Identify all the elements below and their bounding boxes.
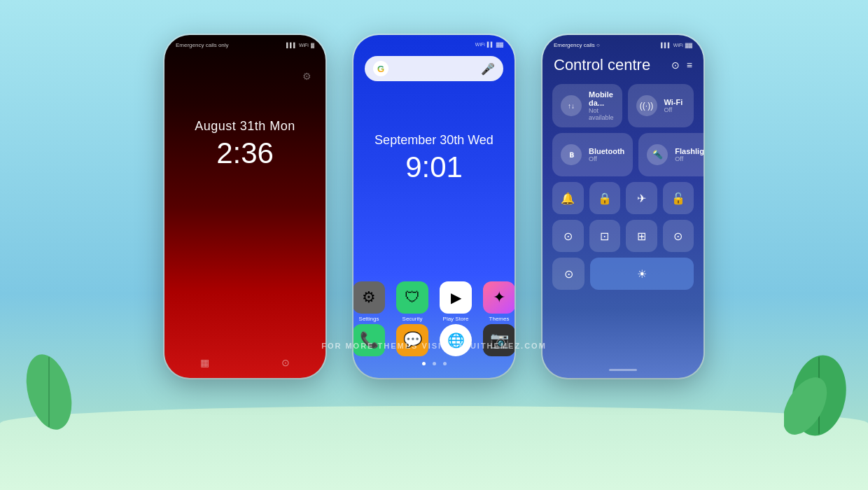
flashlight-tile[interactable]: 🔦 Flashlight Off	[638, 133, 704, 176]
circle-icon-1[interactable]: ⊙	[552, 220, 584, 252]
bluetooth-name: Bluetooth	[589, 147, 624, 155]
phone3-signal-icon: ▌▌▌	[661, 43, 671, 48]
themes-label: Themes	[489, 316, 510, 322]
brightness-icon: ☀	[637, 267, 647, 281]
nav-dot-3	[443, 362, 447, 365]
wifi-tile[interactable]: ((·)) Wi-Fi Off	[628, 84, 694, 127]
playstore-app[interactable]: ▶ Play Store	[440, 281, 472, 322]
phone1-lockscreen: Emergency calls only ▌▌▌ WiFi ▓ ⚙ August…	[164, 35, 326, 378]
control-centre-header-icons: ⊙ ≡	[671, 59, 692, 71]
camera-icon: 📷	[483, 324, 514, 356]
expand-icon[interactable]: ⊞	[626, 220, 657, 252]
mobile-data-arrows: ↑↓	[568, 102, 575, 110]
unlock-tile[interactable]: 🔓	[663, 182, 694, 214]
playstore-label: Play Store	[443, 316, 469, 322]
mobile-data-sub: Not available	[589, 107, 614, 121]
phones-container: Emergency calls only ▌▌▌ WiFi ▓ ⚙ August…	[0, 35, 868, 378]
control-row-5: ⊙ ☀	[552, 258, 694, 290]
phone3-bottom-indicator	[609, 369, 637, 371]
phone1-signal-icon: ▌▌▌	[286, 43, 297, 48]
mobile-data-icon: ↑↓	[561, 95, 582, 116]
control-centre-header: Control centre ⊙ ≡	[554, 56, 692, 74]
flashlight-sub: Off	[675, 155, 704, 162]
phone3-battery-icon: ▓▓	[685, 43, 692, 48]
nav-dot-2	[433, 362, 436, 365]
phone1-flashlight-icon: ⚙	[302, 70, 312, 83]
messages-icon: 💬	[396, 324, 428, 356]
settings-label: Settings	[359, 316, 379, 322]
phone2-status-bar: WiFi ▌▌ ▓▓	[365, 42, 503, 47]
flashlight-name: Flashlight	[675, 147, 704, 155]
phone3-control-centre: Emergency calls ○ ▌▌▌ WiFi ▓▓ Control ce…	[542, 35, 704, 378]
control-row-4: ⊙ ⊡ ⊞ ⊙	[552, 220, 694, 252]
flashlight-symbol: 🔦	[652, 150, 663, 160]
phone1-bottom-bar: ▦ ⊙	[164, 357, 326, 368]
phone2-homescreen: WiFi ▌▌ ▓▓ G 🎤 September 30th Wed 9:01 ⚙…	[354, 35, 514, 378]
phone2-battery-icon: ▓▓	[496, 42, 503, 47]
phone1-datetime: August 31th Mon 2:36	[164, 119, 326, 170]
phone1-recent-icon: ▦	[200, 357, 209, 368]
phone1-time: 2:36	[164, 136, 326, 170]
lock-tile[interactable]: 🔒	[589, 182, 621, 214]
security-label: Security	[402, 316, 423, 322]
wifi-symbol: ((·))	[640, 101, 653, 111]
mobile-data-name: Mobile da...	[589, 90, 614, 107]
wifi-icon: ((·))	[636, 95, 657, 116]
circle-icon-2[interactable]: ⊙	[663, 220, 694, 252]
bluetooth-symbol: ʙ	[569, 150, 574, 160]
bluetooth-icon: ʙ	[561, 144, 582, 165]
phone3-wifi-icon: WiFi	[673, 43, 683, 48]
security-icon: 🛡	[396, 281, 428, 314]
chrome-icon: 🌐	[440, 324, 472, 356]
ground-decoration	[0, 406, 868, 490]
flashlight-icon: 🔦	[647, 144, 668, 165]
phone1-status-icons: ▌▌▌ WiFi ▓	[286, 43, 314, 48]
circle-icon-3[interactable]: ⊙	[552, 258, 584, 290]
settings-icon: ⚙	[354, 281, 385, 314]
google-g-letter: G	[377, 64, 384, 74]
phone3-status-icons: ▌▌▌ WiFi ▓▓	[661, 43, 692, 48]
phone1-battery-icon: ▓	[311, 43, 314, 48]
phone1-emergency-text: Emergency calls only	[176, 42, 229, 48]
phone-icon: 📞	[354, 324, 385, 356]
alarm-tile[interactable]: 🔔	[552, 182, 584, 214]
wifi-text: Wi-Fi Off	[664, 98, 683, 113]
control-grid: ↑↓ Mobile da... Not available ((·)) Wi-F…	[552, 84, 694, 295]
phone2-wifi-icon: WiFi	[475, 42, 485, 47]
phone1-status-bar: Emergency calls only ▌▌▌ WiFi ▓	[176, 42, 314, 48]
phone2-apps-row1: ⚙ Settings 🛡 Security ▶ Play Store ✦ The…	[354, 281, 514, 322]
phone1-wifi-icon: WiFi	[299, 43, 309, 48]
mobile-data-text: Mobile da... Not available	[589, 90, 614, 121]
phone1-date: August 31th Mon	[164, 119, 326, 134]
mic-icon: 🎤	[481, 62, 495, 76]
settings-circle-icon[interactable]: ⊙	[671, 59, 680, 71]
bluetooth-text: Bluetooth Off	[589, 147, 624, 162]
settings-app[interactable]: ⚙ Settings	[354, 281, 385, 322]
mobile-data-tile[interactable]: ↑↓ Mobile da... Not available	[552, 84, 622, 127]
phone3-emergency-text: Emergency calls ○	[554, 42, 600, 48]
menu-icon[interactable]: ≡	[687, 59, 692, 71]
phone3-status-bar: Emergency calls ○ ▌▌▌ WiFi ▓▓	[554, 42, 692, 48]
phone2-time: 9:01	[354, 150, 514, 184]
nav-dot-1	[422, 362, 426, 365]
phone2-search-bar[interactable]: G 🎤	[365, 56, 503, 81]
bluetooth-sub: Off	[589, 155, 624, 162]
wifi-name: Wi-Fi	[664, 98, 683, 106]
themes-icon: ✦	[483, 281, 514, 314]
phone2-nav-dots	[354, 362, 514, 365]
wifi-sub: Off	[664, 106, 683, 113]
brightness-tile[interactable]: ☀	[590, 258, 694, 290]
security-app[interactable]: 🛡 Security	[396, 281, 428, 322]
playstore-icon: ▶	[440, 281, 472, 314]
control-centre-title: Control centre	[554, 56, 650, 74]
phone2-status-icons: WiFi ▌▌ ▓▓	[475, 42, 503, 47]
google-logo: G	[373, 61, 388, 76]
watermark-text: FOR MORE THEMES VISIT - MIUITHEMEZ.COM	[0, 342, 868, 350]
control-row-1: ↑↓ Mobile da... Not available ((·)) Wi-F…	[552, 84, 694, 127]
bluetooth-tile[interactable]: ʙ Bluetooth Off	[552, 133, 633, 176]
airplane-tile[interactable]: ✈	[626, 182, 657, 214]
phone2-date: September 30th Wed	[354, 133, 514, 148]
phone2-signal-icon: ▌▌	[487, 42, 494, 47]
square-icon[interactable]: ⊡	[589, 220, 621, 252]
themes-app[interactable]: ✦ Themes	[483, 281, 514, 322]
